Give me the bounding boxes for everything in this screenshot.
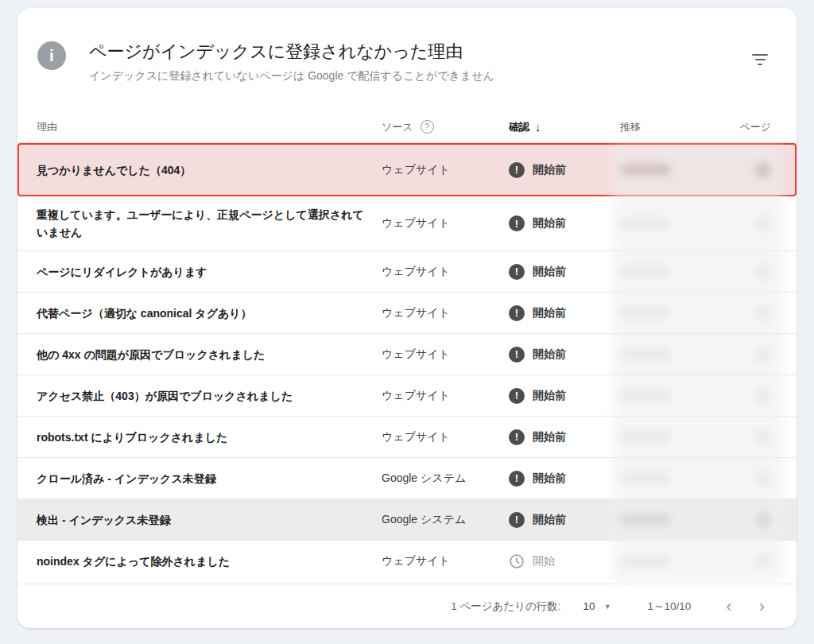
table-row[interactable]: アクセス禁止（403）が原因でブロックされました ウェブサイト ! 開始前 xyxy=(17,375,797,417)
validation-cell: ! 開始前 xyxy=(509,388,620,404)
source-label: ウェブサイト xyxy=(382,216,450,229)
reason-label: アクセス禁止（403）が原因でブロックされました xyxy=(37,390,293,402)
source-cell: Google システム xyxy=(382,471,509,486)
table-row[interactable]: 他の 4xx の問題が原因でブロックされました ウェブサイト ! 開始前 xyxy=(17,334,797,375)
trend-cell xyxy=(620,251,715,292)
help-icon[interactable]: ? xyxy=(421,120,434,134)
error-icon: ! xyxy=(509,162,525,178)
validation-cell: ! 開始 xyxy=(509,553,620,569)
source-cell: ウェブサイト xyxy=(382,216,509,231)
source-label: ウェブサイト xyxy=(382,389,450,402)
table-row[interactable]: ページにリダイレクトがあります ウェブサイト ! 開始前 xyxy=(17,251,797,293)
column-header-pages[interactable]: ページ xyxy=(715,120,771,134)
source-label: ウェブサイト xyxy=(382,430,450,443)
table-row[interactable]: クロール済み - インデックス未登録 Google システム ! 開始前 xyxy=(17,458,797,499)
unindexed-reasons-panel: i ページがインデックスに登録されなかった理由 インデックスに登録されていないペ… xyxy=(17,8,797,628)
error-icon: ! xyxy=(509,347,525,363)
pages-cell xyxy=(715,375,771,416)
rows-per-page-select[interactable]: 10 ▼ xyxy=(583,600,611,612)
reason-cell: 見つかりませんでした（404） xyxy=(37,152,382,188)
validation-cell: ! 開始前 xyxy=(509,471,620,487)
trend-cell xyxy=(620,417,715,457)
error-icon: ! xyxy=(509,305,525,321)
chevron-right-icon[interactable]: › xyxy=(754,596,769,617)
reason-label: ページにリダイレクトがあります xyxy=(37,266,207,278)
validation-label: 開始 xyxy=(533,554,555,568)
source-cell: ウェブサイト xyxy=(382,265,509,279)
redacted-trend xyxy=(620,307,671,319)
table-footer: 1 ページあたりの行数: 10 ▼ 1～10/10 ‹ › xyxy=(17,584,797,628)
validation-label: 開始前 xyxy=(533,347,566,362)
redacted-trend xyxy=(620,266,671,277)
reason-cell: 検出 - インデックス未登録 xyxy=(37,502,382,538)
table-body: 見つかりませんでした（404） ウェブサイト ! 開始前 xyxy=(17,143,797,582)
pages-cell xyxy=(715,145,771,195)
validation-cell: ! 開始前 xyxy=(509,429,620,445)
chevron-left-icon[interactable]: ‹ xyxy=(721,596,736,617)
validation-label: 開始前 xyxy=(533,513,566,527)
table-row[interactable]: noindex タグによって除外されました ウェブサイト ! 開始 xyxy=(17,541,797,582)
column-header-source[interactable]: ソース ? xyxy=(382,120,509,134)
redacted-trend xyxy=(620,514,671,526)
validation-cell: ! 開始前 xyxy=(509,215,620,231)
table-row[interactable]: 検出 - インデックス未登録 Google システム ! 開始前 xyxy=(17,499,797,541)
column-header-trend[interactable]: 推移 xyxy=(620,120,715,134)
pages-cell xyxy=(715,334,771,374)
table-row[interactable]: 代替ページ（適切な canonical タグあり） ウェブサイト ! 開始前 xyxy=(17,293,797,334)
validation-cell: ! 開始前 xyxy=(509,305,620,321)
page-title: ページがインデックスに登録されなかった理由 xyxy=(89,41,494,62)
panel-titles: ページがインデックスに登録されなかった理由 インデックスに登録されていないページ… xyxy=(89,41,494,83)
redacted-trend xyxy=(620,164,671,176)
reason-label: 他の 4xx の問題が原因でブロックされました xyxy=(37,348,265,361)
page-subtitle: インデックスに登録されていないページは Google で配信することができません xyxy=(89,69,494,83)
redacted-pages-count xyxy=(755,471,771,487)
rows-per-page-label: 1 ページあたりの行数: xyxy=(451,599,560,614)
table-row[interactable]: robots.txt によりブロックされました ウェブサイト ! 開始前 xyxy=(17,417,797,458)
validation-label: 開始前 xyxy=(533,265,566,279)
column-header-reason[interactable]: 理由 xyxy=(37,120,382,134)
error-icon: ! xyxy=(509,512,525,528)
trend-cell xyxy=(620,196,715,250)
trend-cell xyxy=(620,293,715,333)
table-row[interactable]: 重複しています。ユーザーにより、正規ページとして選択されていません ウェブサイト… xyxy=(17,196,797,251)
redacted-pages-count xyxy=(755,162,771,178)
redacted-trend xyxy=(620,218,671,230)
validation-label: 開始前 xyxy=(533,163,566,177)
source-label: ウェブサイト xyxy=(382,265,450,277)
reason-cell: アクセス禁止（403）が原因でブロックされました xyxy=(37,378,382,414)
source-cell: ウェブサイト xyxy=(382,163,509,177)
redacted-pages-count xyxy=(755,429,771,445)
source-label: Google システム xyxy=(382,513,466,526)
source-cell: ウェブサイト xyxy=(382,347,509,362)
info-glyph: i xyxy=(49,46,54,65)
table-row[interactable]: 見つかりませんでした（404） ウェブサイト ! 開始前 xyxy=(17,143,797,196)
redacted-trend xyxy=(620,431,671,443)
pages-cell xyxy=(715,499,771,540)
reason-label: クロール済み - インデックス未登録 xyxy=(37,472,216,485)
error-icon: ! xyxy=(509,388,525,404)
validation-label: 開始前 xyxy=(533,389,566,403)
reason-cell: ページにリダイレクトがあります xyxy=(37,254,382,290)
pages-cell xyxy=(715,251,771,292)
reason-label: noindex タグによって除外されました xyxy=(37,555,230,568)
trend-cell xyxy=(620,541,715,582)
reason-cell: robots.txt によりブロックされました xyxy=(37,419,382,456)
table-header-row: 理由 ソース ? 確認 ↓ 推移 ページ xyxy=(17,111,797,143)
reason-cell: noindex タグによって除外されました xyxy=(37,543,382,580)
clock-icon xyxy=(509,553,525,569)
filter-list-icon[interactable] xyxy=(749,49,771,70)
reason-cell: クロール済み - インデックス未登録 xyxy=(37,460,382,497)
column-header-validation[interactable]: 確認 ↓ xyxy=(509,120,620,134)
validation-label: 開始前 xyxy=(533,471,566,486)
reason-label: 検出 - インデックス未登録 xyxy=(37,514,170,526)
reason-label: robots.txt によりブロックされました xyxy=(37,431,227,444)
validation-cell: ! 開始前 xyxy=(509,512,620,528)
trend-cell xyxy=(620,334,715,374)
error-icon: ! xyxy=(509,264,525,280)
reason-cell: 重複しています。ユーザーにより、正規ページとして選択されていません xyxy=(37,196,382,250)
redacted-pages-count xyxy=(755,215,771,231)
rows-per-page-value: 10 xyxy=(583,600,595,612)
source-cell: ウェブサイト xyxy=(382,554,509,568)
validation-label: 開始前 xyxy=(533,216,566,231)
redacted-trend xyxy=(620,472,671,484)
